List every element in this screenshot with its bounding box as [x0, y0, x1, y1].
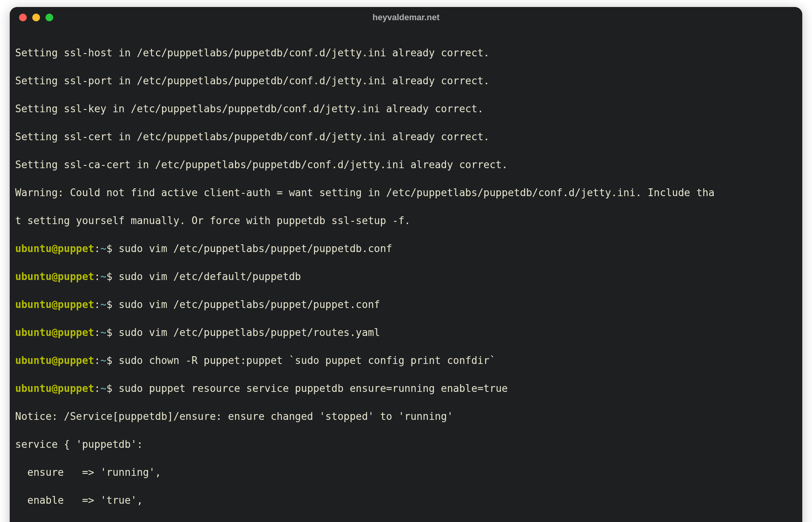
prompt-line: ubuntu@puppet:~$ sudo vim /etc/puppetlab… — [15, 298, 797, 311]
prompt-path: ~ — [100, 299, 106, 310]
prompt-line: ubuntu@puppet:~$ sudo puppet resource se… — [15, 381, 797, 395]
minimize-icon[interactable] — [32, 14, 40, 21]
prompt-colon: : — [94, 299, 101, 310]
prompt-symbol: $ — [106, 271, 118, 282]
terminal-body[interactable]: Setting ssl-host in /etc/puppetlabs/pupp… — [10, 28, 802, 522]
prompt-colon: : — [94, 271, 101, 282]
output-line: Warning: Could not find active client-au… — [15, 186, 797, 200]
window-title: heyvaldemar.net — [10, 12, 802, 23]
prompt-symbol: $ — [106, 327, 118, 338]
prompt-path: ~ — [100, 327, 106, 338]
maximize-icon[interactable] — [45, 14, 53, 21]
command-text: sudo puppet resource service puppetdb en… — [118, 383, 508, 394]
prompt-colon: : — [94, 243, 101, 254]
prompt-user-host: ubuntu@puppet — [15, 243, 94, 254]
output-line: Notice: /Service[puppetdb]/ensure: ensur… — [15, 409, 797, 423]
output-line: t setting yourself manually. Or force wi… — [15, 214, 797, 228]
command-text: sudo vim /etc/puppetlabs/puppet/puppetdb… — [118, 243, 392, 254]
terminal-window: heyvaldemar.net Setting ssl-host in /etc… — [10, 7, 802, 522]
output-line: Setting ssl-key in /etc/puppetlabs/puppe… — [15, 102, 797, 116]
prompt-colon: : — [94, 383, 101, 394]
prompt-path: ~ — [100, 383, 106, 394]
prompt-line: ubuntu@puppet:~$ sudo vim /etc/puppetlab… — [15, 325, 797, 339]
prompt-user-host: ubuntu@puppet — [15, 355, 94, 366]
prompt-path: ~ — [100, 355, 106, 366]
output-line: Setting ssl-port in /etc/puppetlabs/pupp… — [15, 74, 797, 88]
output-line: Setting ssl-host in /etc/puppetlabs/pupp… — [15, 46, 797, 60]
output-line: ensure => 'running', — [15, 465, 797, 479]
command-text: sudo vim /etc/default/puppetdb — [118, 271, 301, 282]
prompt-symbol: $ — [106, 299, 118, 310]
prompt-colon: : — [94, 355, 101, 366]
prompt-user-host: ubuntu@puppet — [15, 271, 94, 282]
prompt-user-host: ubuntu@puppet — [15, 383, 94, 394]
prompt-symbol: $ — [106, 355, 118, 366]
output-line: enable => 'true', — [15, 493, 797, 507]
prompt-user-host: ubuntu@puppet — [15, 327, 94, 338]
titlebar[interactable]: heyvaldemar.net — [10, 7, 802, 28]
prompt-line: ubuntu@puppet:~$ sudo vim /etc/puppetlab… — [15, 242, 797, 256]
window-controls — [19, 14, 53, 21]
command-text: sudo vim /etc/puppetlabs/puppet/puppet.c… — [118, 299, 380, 310]
prompt-line: ubuntu@puppet:~$ sudo vim /etc/default/p… — [15, 270, 797, 284]
prompt-colon: : — [94, 327, 101, 338]
output-line: Setting ssl-cert in /etc/puppetlabs/pupp… — [15, 130, 797, 144]
prompt-symbol: $ — [106, 243, 118, 254]
command-text: sudo chown -R puppet:puppet `sudo puppet… — [118, 355, 496, 366]
output-line: Setting ssl-ca-cert in /etc/puppetlabs/p… — [15, 158, 797, 172]
prompt-line: ubuntu@puppet:~$ sudo chown -R puppet:pu… — [15, 353, 797, 367]
prompt-path: ~ — [100, 243, 106, 254]
close-icon[interactable] — [19, 14, 27, 21]
prompt-path: ~ — [100, 271, 106, 282]
output-line: service { 'puppetdb': — [15, 437, 797, 451]
command-text: sudo vim /etc/puppetlabs/puppet/routes.y… — [118, 327, 380, 338]
prompt-symbol: $ — [106, 383, 118, 394]
prompt-user-host: ubuntu@puppet — [15, 299, 94, 310]
